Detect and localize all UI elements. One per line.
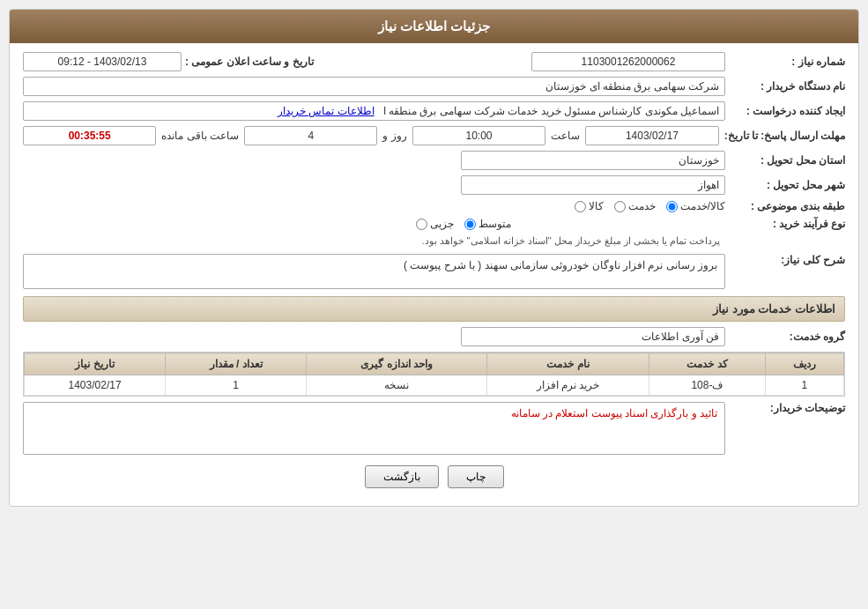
col-kod: کد خدمت xyxy=(649,353,766,375)
grohe-khedmat-label: گروه خدمت: xyxy=(731,330,845,343)
radio-motevaset-label: متوسط xyxy=(479,218,511,230)
col-nam: نام خدمت xyxy=(486,353,649,375)
sharh-label: شرح کلی نیاز: xyxy=(731,254,845,266)
col-tedad: تعداد / مقدار xyxy=(166,353,307,375)
col-radif: ردیف xyxy=(765,353,843,375)
col-tarikh: تاریخ نیاز xyxy=(25,353,166,375)
tarikh-label: تاریخ و ساعت اعلان عمومی : xyxy=(185,56,314,68)
cell-radif: 1 xyxy=(765,375,843,396)
noe-farayand-label: نوع فرآیند خرید : xyxy=(731,218,845,230)
radio-kala[interactable] xyxy=(575,201,586,212)
button-row: چاپ بازگشت xyxy=(23,465,845,497)
sharh-value: بروز رسانی نرم افزار ناوگان خودروئی سازم… xyxy=(23,254,725,289)
mohlat-remaining: 00:35:55 xyxy=(23,126,156,145)
mohlat-label: مهلت ارسال پاسخ: تا تاریخ: xyxy=(724,130,845,142)
col-vahed: واحد اندازه گیری xyxy=(307,353,487,375)
chap-button[interactable]: چاپ xyxy=(448,465,504,488)
radio-jozii-label: جزیی xyxy=(430,218,454,230)
khedmat-section-header: اطلاعات خدمات مورد نیاز xyxy=(23,296,845,322)
cell-kod: ف-108 xyxy=(649,375,766,396)
grohe-khedmat-value: فن آوری اطلاعات xyxy=(461,327,725,346)
bazgasht-button[interactable]: بازگشت xyxy=(365,465,439,488)
radio-kala-khedmat-label: کالا/خدمت xyxy=(680,200,725,212)
services-table: ردیف کد خدمت نام خدمت واحد اندازه گیری ت… xyxy=(24,353,844,396)
ijad-konande-link[interactable]: اطلاعات تماس خریدار xyxy=(278,105,375,117)
radio-kala-khedmat[interactable] xyxy=(666,201,678,212)
radio-motevaset[interactable] xyxy=(464,219,476,230)
tozihat-label: توضیحات خریدار: xyxy=(731,402,845,414)
shomare-niaz-label: شماره نیاز : xyxy=(731,56,845,68)
shahr-label: شهر محل تحویل : xyxy=(731,179,845,191)
cell-nam: خرید نرم افزار xyxy=(486,375,649,396)
cell-vahed: نسخه xyxy=(307,375,487,396)
services-table-wrapper: ردیف کد خدمت نام خدمت واحد اندازه گیری ت… xyxy=(23,352,845,397)
nam-dastgah-label: نام دستگاه خریدار : xyxy=(731,80,845,93)
page-header: جزئیات اطلاعات نیاز xyxy=(10,10,858,43)
day-label: روز و xyxy=(382,130,406,142)
radio-jozii[interactable] xyxy=(416,219,427,230)
ostan-value: خوزستان xyxy=(461,151,725,170)
cell-tedad: 1 xyxy=(166,375,307,396)
radio-khedmat[interactable] xyxy=(614,201,626,212)
time-label: ساعت xyxy=(551,130,580,142)
tozihat-value: تائید و بارگذاری اسناد پیوست استعلام در … xyxy=(23,402,725,455)
radio-kala-label: کالا xyxy=(589,200,604,212)
ostan-label: استان محل تحویل : xyxy=(731,154,845,167)
farayand-desc: پرداخت تمام یا بخشی از مبلغ خریداز محل "… xyxy=(416,234,725,249)
mohlat-day: 4 xyxy=(244,126,377,145)
shahr-value: اهواز xyxy=(461,175,725,195)
cell-tarikh: 1403/02/17 xyxy=(25,375,166,396)
remaining-label: ساعت باقی مانده xyxy=(161,130,239,142)
tarikh-value: 1403/02/13 - 09:12 xyxy=(23,52,182,71)
radio-khedmat-label: خدمت xyxy=(628,200,656,212)
mohlat-time: 10:00 xyxy=(412,126,545,145)
tarif-bandi-radio-group: کالا خدمت کالا/خدمت xyxy=(575,200,725,212)
ijad-konande-value: اسماعیل مکوندی کارشناس مسئول خرید خدمات … xyxy=(23,101,725,121)
mohlat-date: 1403/02/17 xyxy=(585,126,718,145)
shomare-niaz-value: 1103001262000062 xyxy=(531,52,725,71)
table-row: 1ف-108خرید نرم افزارنسخه11403/02/17 xyxy=(25,375,844,396)
ijad-konande-label: ایجاد کننده درخواست : xyxy=(731,105,845,117)
ijad-konande-text: اسماعیل مکوندی کارشناس مسئول خرید خدمات … xyxy=(383,105,719,117)
tarif-bandi-label: طبقه بندی موضوعی : xyxy=(731,200,845,212)
nam-dastgah-value: شرکت سهامی برق منطقه ای خوزستان xyxy=(23,77,725,96)
